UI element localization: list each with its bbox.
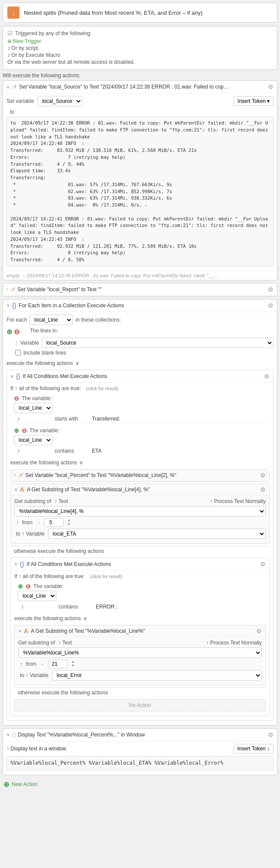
spinner-down-error[interactable]: ▼: [71, 664, 75, 667]
set-variable-icon: 𝒳: [12, 83, 16, 90]
gear-icon-cond[interactable]: ⚙: [264, 373, 270, 380]
set-variable-report-title: Set Variable "local_Report" to Text "": [17, 286, 265, 293]
curly-brace-icon-error: {}: [20, 561, 24, 568]
variable-source-dropdown[interactable]: local_Source: [42, 338, 273, 348]
from-value-eta[interactable]: [44, 518, 64, 527]
collapse-error-sub-arrow[interactable]: ∨: [18, 628, 21, 633]
error-cond-var-dropdown[interactable]: local_Line: [18, 591, 56, 601]
collapse-arrow-foreach[interactable]: ∨: [7, 303, 10, 308]
error-contains-value[interactable]: [96, 604, 259, 610]
display-insert-token-button[interactable]: Insert Token ↓: [234, 744, 273, 753]
new-action-label[interactable]: New Action: [12, 781, 38, 787]
new-trigger-label[interactable]: New Trigger: [13, 38, 41, 44]
get-substring-error-header: ∨ A A Get Substring of Text "%Variable%l…: [15, 625, 265, 637]
minus-cond2[interactable]: ⊖: [22, 427, 27, 434]
plus-icon-foreach[interactable]: ⊕: [7, 328, 12, 336]
collapse-percent-arrow[interactable]: ›: [14, 473, 16, 477]
text-value-dropdown-eta[interactable]: %Variable%local_Line[4], %: [14, 506, 266, 516]
log-content-box: to 2024/09/17 14:22:38 ERROR : 01.wav: F…: [7, 117, 273, 266]
empty-arrow-row: empty → 2024/09/17 14:22:38 ERROR : 01.w…: [3, 271, 277, 280]
get-substring-error-body: Get substring of ↑ Text ↑ Process Text N…: [15, 637, 265, 685]
display-insert-token-label: Insert Token ↓: [238, 746, 270, 752]
collapse-arrow-source[interactable]: ∨: [7, 85, 10, 89]
or-by-script-label: Or by script.: [11, 45, 39, 51]
or-via-label: Or via the web server but all remote acc…: [7, 59, 135, 65]
minus-error-cond[interactable]: ⊖: [26, 583, 31, 590]
get-substring-eta-body: Get substring of ↑ Text ↑ Process Text N…: [11, 496, 269, 543]
starts-with-value[interactable]: [92, 416, 263, 422]
from-label-eta: from: [22, 519, 33, 526]
set-local-percent-block: › 𝒳 Set Variable "local_Percent" to Text…: [10, 469, 270, 482]
set-variable-report-header: › 𝒳 Set Variable "local_Report" to Text …: [3, 283, 277, 296]
collapse-display-arrow[interactable]: ∨: [7, 732, 10, 737]
gear-icon-display[interactable]: ⚙: [268, 731, 273, 738]
insert-token-button[interactable]: Insert Token ▾: [234, 96, 273, 106]
condition-1: ⊖ The variable: local_Line ↕ starts with: [10, 393, 270, 424]
collapse-inner-error-arrow[interactable]: ∨: [14, 562, 17, 566]
plus-error-cond[interactable]: ⊕: [18, 583, 23, 590]
spinner-eta: ▲ ▼: [67, 519, 71, 526]
get-substring-eta-icon: A: [20, 486, 24, 493]
variable-name-dropdown[interactable]: local_Source: [37, 96, 82, 106]
gear-icon-eta[interactable]: ⚙: [260, 486, 266, 493]
gear-icon-foreach[interactable]: ⚙: [268, 302, 273, 309]
gear-icon-source[interactable]: ⚙: [268, 83, 273, 90]
from-icon-eta: ↑: [16, 519, 19, 526]
or-by-script-row: ↕ Or by script.: [7, 45, 273, 51]
get-substring-error-icon: A: [24, 628, 28, 635]
to-variable-dropdown-error[interactable]: local_Error: [52, 670, 262, 681]
get-substring-label-error: Get substring of: [18, 640, 55, 646]
minus-cond1[interactable]: ⊖: [14, 395, 19, 402]
contains-value[interactable]: [92, 448, 263, 454]
gear-icon-error-sub[interactable]: ⚙: [256, 628, 262, 635]
gear-icon-report[interactable]: ⚙: [268, 286, 273, 293]
minus-icon-foreach[interactable]: ⊖: [14, 328, 20, 336]
triggered-by-row: ☑ Triggered by any of the following:: [7, 30, 273, 36]
get-substring-eta-title: A Get Substring of Text "%Variable%local…: [27, 487, 257, 493]
condition-2: ⊕ ⊖ The variable: local_Line ↕ contains: [10, 425, 270, 455]
click-result[interactable]: (click for result): [86, 386, 119, 391]
or-by-macro-row: ↕ Or by Execute Macro: [7, 52, 273, 58]
variable-source-row: ↕ Variable local_Source: [7, 338, 273, 348]
cond1-var-dropdown[interactable]: local_Line: [14, 403, 52, 413]
cond2-var-dropdown[interactable]: local_Line: [14, 435, 52, 445]
display-text-square-icon: □: [12, 732, 15, 738]
to-variable-dropdown-eta[interactable]: local_ETA: [48, 529, 266, 539]
include-blank-label: Include blank lines: [23, 350, 66, 356]
cond1-var-dropdown-wrap: local_Line: [14, 403, 266, 413]
get-substring-error-block: ∨ A A Get Substring of Text "%Variable%l…: [14, 625, 266, 685]
collapse-eta-arrow[interactable]: ∨: [14, 487, 17, 492]
get-substring-eta-block: ∨ A A Get Substring of Text "%Variable%l…: [10, 483, 270, 544]
execute-following-chevron: ∨: [79, 460, 83, 466]
gear-icon-percent[interactable]: ⚙: [260, 472, 266, 479]
inner-conditions-error-body: If ↑ all of the following are true: (cli…: [11, 571, 269, 716]
variable-source-icon: ↕: [15, 340, 18, 345]
collapse-arrow-cond[interactable]: ∨: [10, 374, 13, 378]
collapse-icon-macro: ↕: [7, 52, 11, 58]
from-value-error[interactable]: [48, 660, 68, 668]
display-text-body: ↑ Display text in a window Insert Token …: [3, 741, 277, 775]
gear-icon-error-cond[interactable]: ⚙: [260, 561, 266, 568]
display-sub-row: ↑ Display text in a window Insert Token …: [7, 744, 273, 753]
action-header-left: ∨ 𝒳 Set Variable "local_Source" to Text …: [7, 83, 265, 90]
cond1-pm-row: ⊖ The variable:: [14, 395, 266, 402]
click-result-error[interactable]: (click for result): [90, 574, 123, 579]
get-substring-error-title: A Get Substring of Text "%Variable%local…: [31, 628, 254, 634]
starts-with-label: starts with: [55, 416, 89, 422]
spinner-up-eta[interactable]: ▲: [67, 519, 71, 522]
set-variable-source-title: Set Variable "local_Source" to Text "202…: [19, 84, 265, 90]
spinner-down-eta[interactable]: ▼: [67, 523, 71, 526]
new-action-row[interactable]: ⊕ New Action: [3, 778, 277, 791]
spinner-up-error[interactable]: ▲: [71, 660, 75, 664]
for-each-section: For each local_Line in these collections…: [3, 312, 277, 725]
for-each-row: For each local_Line in these collections…: [7, 315, 273, 325]
include-blank-checkbox[interactable]: [15, 350, 21, 355]
display-text-title: Display Text "%Variable%local_Percent%..…: [18, 732, 265, 738]
plus-cond2[interactable]: ⊕: [14, 427, 19, 434]
text-value-dropdown-error[interactable]: %Variable%local_Line%: [18, 648, 262, 658]
new-trigger-link[interactable]: ⊕ New Trigger: [7, 38, 273, 44]
set-variable-report-block: › 𝒳 Set Variable "local_Report" to Text …: [3, 283, 277, 296]
for-each-label: For each: [7, 317, 27, 323]
collapse-arrow-report[interactable]: ›: [7, 287, 8, 292]
for-each-variable-dropdown[interactable]: local_Line: [29, 315, 73, 325]
